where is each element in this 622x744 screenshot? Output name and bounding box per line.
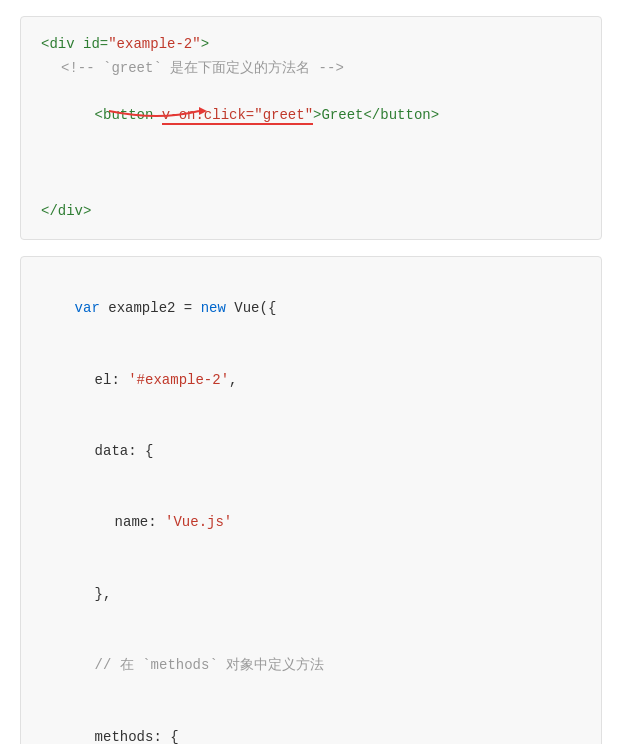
- code-string: '#example-2': [128, 372, 229, 388]
- code-line-3: <button v-on:click="greet">Greet</button…: [41, 81, 581, 200]
- code-text: example2 =: [100, 300, 201, 316]
- html-code-block: <div id="example-2"> <!-- `greet` 是在下面定义…: [20, 16, 602, 240]
- code-line-1: <div id="example-2">: [41, 33, 581, 57]
- code-text: <button: [95, 107, 162, 123]
- code-text: ,: [229, 372, 237, 388]
- js-line-1: var example2 = new Vue({: [41, 273, 581, 344]
- code-line-4: </div>: [41, 200, 581, 224]
- code-text: el:: [95, 372, 129, 388]
- js-line-5: },: [41, 559, 581, 630]
- js-line-6: // 在 `methods` 对象中定义方法: [41, 630, 581, 701]
- code-keyword: new: [201, 300, 226, 316]
- code-text: },: [95, 586, 112, 602]
- attr-onclick: v-on:click="greet": [162, 107, 313, 125]
- js-line-2: el: '#example-2',: [41, 345, 581, 416]
- js-code-block: var example2 = new Vue({ el: '#example-2…: [20, 256, 602, 744]
- code-text: >Greet</button>: [313, 107, 439, 123]
- code-keyword: var: [75, 300, 100, 316]
- code-text: Vue({: [226, 300, 276, 316]
- js-line-3: data: {: [41, 416, 581, 487]
- code-text: methods: {: [95, 729, 179, 744]
- code-text: name:: [115, 514, 165, 530]
- code-comment: <!-- `greet` 是在下面定义的方法名 -->: [61, 60, 344, 76]
- code-text: </div>: [41, 203, 91, 219]
- js-line-4: name: 'Vue.js': [41, 488, 581, 559]
- code-text: data: {: [95, 443, 154, 459]
- code-string: 'Vue.js': [165, 514, 232, 530]
- code-comment: // 在 `methods` 对象中定义方法: [95, 657, 325, 673]
- js-line-7: methods: {: [41, 702, 581, 744]
- code-text: <div id="example-2">: [41, 36, 209, 52]
- code-line-2: <!-- `greet` 是在下面定义的方法名 -->: [41, 57, 581, 81]
